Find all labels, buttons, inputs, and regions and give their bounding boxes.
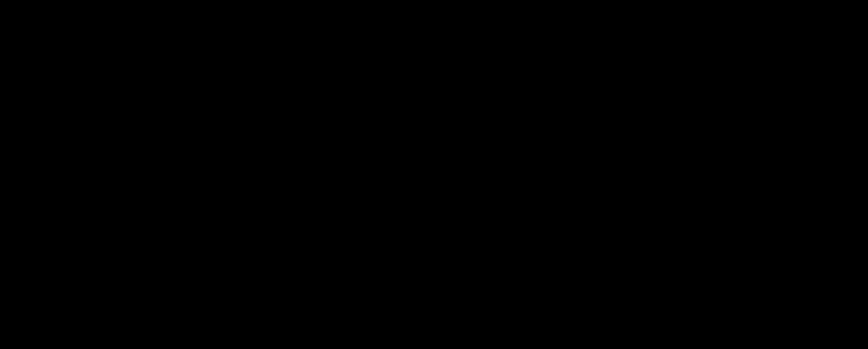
htop-terminal-screen	[0, 0, 868, 349]
